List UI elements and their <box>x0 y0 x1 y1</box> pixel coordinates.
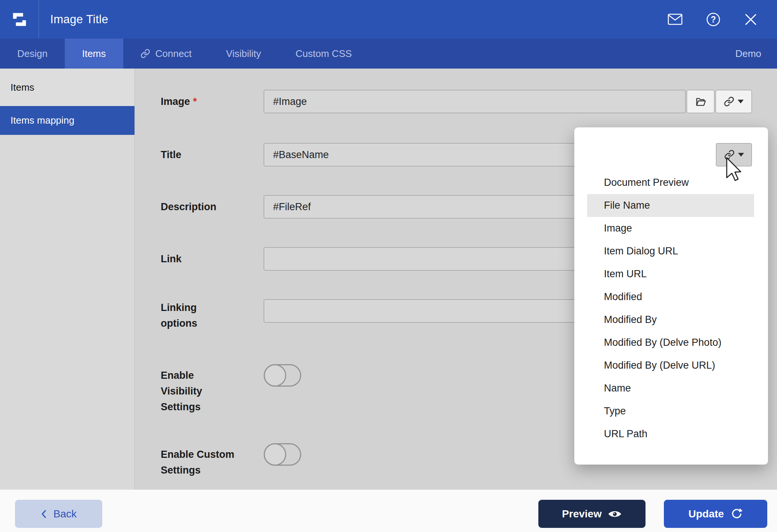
close-icon[interactable] <box>744 13 758 26</box>
image-field[interactable] <box>264 90 686 113</box>
tab-design-label: Design <box>17 48 48 60</box>
eye-icon <box>608 509 622 519</box>
header-actions: ? <box>668 12 777 27</box>
tab-connect[interactable]: Connect <box>123 39 209 69</box>
back-button[interactable]: Back <box>15 500 102 528</box>
field-mapping-menu: Document Preview File Name Image Item Di… <box>587 171 754 445</box>
required-asterisk: * <box>193 96 197 107</box>
tab-custom-css[interactable]: Custom CSS <box>278 39 369 69</box>
menu-item-image[interactable]: Image <box>587 217 754 240</box>
menu-item-url-path[interactable]: URL Path <box>587 423 754 445</box>
tab-items-label: Items <box>82 48 106 60</box>
demo-label[interactable]: Demo <box>735 39 777 69</box>
menu-item-item-dialog-url[interactable]: Item Dialog URL <box>587 240 754 263</box>
menu-item-type[interactable]: Type <box>587 400 754 423</box>
tab-custom-css-label: Custom CSS <box>296 48 352 60</box>
custom-settings-toggle[interactable] <box>264 443 301 466</box>
svg-text:?: ? <box>711 15 716 24</box>
widget-editor-window: Image Title ? <box>0 0 777 532</box>
menu-item-document-preview[interactable]: Document Preview <box>587 171 754 194</box>
link-icon <box>140 49 150 58</box>
menu-item-modified-by[interactable]: Modified By <box>587 308 754 331</box>
mail-icon[interactable] <box>668 13 683 25</box>
app-logo <box>0 0 39 39</box>
field-label-description: Description <box>161 199 254 215</box>
sidebar-item-items-mapping[interactable]: Items mapping <box>0 106 134 135</box>
toggle-label-visibility-settings: Enable Visibility Settings <box>161 368 217 415</box>
field-label-description-text: Description <box>161 201 217 212</box>
menu-item-name[interactable]: Name <box>587 377 754 400</box>
link-icon <box>724 96 734 107</box>
visibility-settings-toggle[interactable] <box>264 364 301 387</box>
preview-button[interactable]: Preview <box>538 500 646 528</box>
browse-button[interactable] <box>687 90 714 113</box>
menu-item-modified-by-delve-url[interactable]: Modified By (Delve URL) <box>587 354 754 377</box>
caret-down-icon <box>738 153 744 157</box>
field-mapping-dropdown-popup: Document Preview File Name Image Item Di… <box>574 127 768 465</box>
tab-design[interactable]: Design <box>0 39 65 69</box>
preview-button-label: Preview <box>562 508 602 520</box>
toggle-label-custom-settings-text: Enable Custom Settings <box>161 449 235 476</box>
help-icon[interactable]: ? <box>706 12 721 27</box>
chevron-left-icon <box>40 509 47 519</box>
refresh-icon <box>730 508 743 520</box>
sidebar: Items Items mapping <box>0 69 135 490</box>
toggle-knob <box>264 443 286 466</box>
tab-connect-label: Connect <box>155 48 192 60</box>
field-label-link-text: Link <box>161 253 182 265</box>
back-button-label: Back <box>53 508 76 520</box>
sidebar-item-items[interactable]: Items <box>0 69 134 106</box>
update-button-label: Update <box>689 508 724 520</box>
folder-open-icon <box>695 96 706 107</box>
menu-item-modified[interactable]: Modified <box>587 285 754 308</box>
image-link-dropdown-button[interactable] <box>716 90 752 113</box>
update-button[interactable]: Update <box>664 500 767 528</box>
field-label-linking-options: Linking options <box>161 300 206 331</box>
tab-visibility[interactable]: Visibility <box>209 39 278 69</box>
menu-item-file-name[interactable]: File Name <box>587 194 754 217</box>
toggle-label-custom-settings: Enable Custom Settings <box>161 447 240 478</box>
tab-items[interactable]: Items <box>65 39 123 69</box>
field-label-image: Image* <box>161 94 254 109</box>
link-icon <box>724 149 735 160</box>
footer-bar: Back Preview Update <box>0 490 777 532</box>
caret-down-icon <box>738 100 744 103</box>
toggle-knob <box>264 364 286 387</box>
toggle-label-visibility-settings-text: Enable Visibility Settings <box>161 370 202 412</box>
field-label-linking-options-text: Linking options <box>161 302 197 329</box>
brand-logo-icon <box>11 11 28 28</box>
field-label-title: Title <box>161 147 254 163</box>
page-title: Image Title <box>50 13 108 26</box>
title-bar: Image Title ? <box>0 0 777 39</box>
field-label-link: Link <box>161 251 254 267</box>
tab-bar: Design Items Connect Visibility Custom C… <box>0 39 777 69</box>
menu-item-modified-by-delve-photo[interactable]: Modified By (Delve Photo) <box>587 331 754 354</box>
title-link-dropdown-button[interactable] <box>716 143 752 166</box>
field-label-title-text: Title <box>161 149 181 160</box>
tab-visibility-label: Visibility <box>226 48 261 60</box>
menu-item-item-url[interactable]: Item URL <box>587 263 754 285</box>
field-label-image-text: Image <box>161 96 190 107</box>
